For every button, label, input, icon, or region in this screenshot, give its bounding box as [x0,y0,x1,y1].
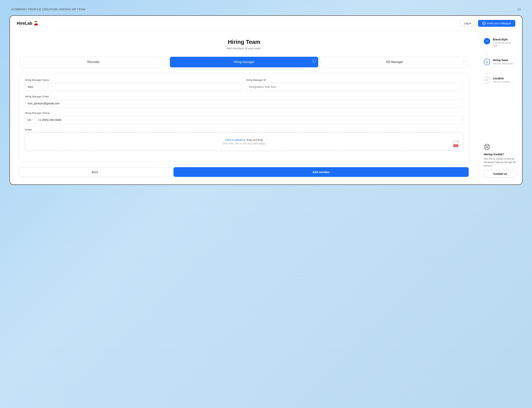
hr-manager-radio [463,59,466,63]
step-connector-1 [487,52,487,58]
upload-file-icon: PNG [452,140,459,148]
email-group: Hiring Manager Email [25,95,463,107]
navbar: HireLab 🍒 Log in + Invite your colleague [10,16,522,31]
step-1-info: Brand Style Choose the brand style. [493,38,517,47]
plus-icon: + [482,22,486,25]
upload-hint: SVG, PNG, JPG or GIF (max. 800×400px) [29,142,459,145]
phone-input[interactable] [35,116,463,124]
id-group: Hiring Manager ID [246,78,463,91]
image-label: Image [25,128,463,131]
main-card: HireLab 🍒 Log in + Invite your colleague… [9,15,523,185]
step-3-info: Location Set your location. [493,77,511,83]
form-actions: Back Add member [19,167,469,177]
tabs: Recruiter Hiring manager HR Manager [19,57,469,67]
svg-line-4 [488,145,489,146]
step-2: 2 Hiring Team Set your hiring team. [484,59,517,65]
file-corner [457,141,459,143]
svg-line-2 [485,145,486,146]
phone-group: Hiring Manager Phone US ▾ [25,111,463,124]
step-1-circle: ✓ [484,38,490,44]
step-1-title: Brand Style [493,38,517,41]
form-title: Hiring Team [19,39,469,45]
name-id-row: Hiring Manager Name Hiring Manager ID [25,78,463,91]
form-header: Hiring Team Add members to your team. [19,39,469,50]
svg-line-5 [485,148,486,149]
step-3: 3 Location Set your location. [484,77,517,83]
phone-country-selector[interactable]: US ▾ [25,116,35,124]
tab-hr-manager-label: HR Manager [386,60,403,64]
file-badge: PNG [453,144,458,147]
tab-hiring-manager[interactable]: Hiring manager [170,57,318,67]
steps: ✓ Brand Style Choose the brand style. 2 … [484,38,517,140]
email-input[interactable] [25,99,463,107]
step-1: ✓ Brand Style Choose the brand style. [484,38,517,47]
image-group: Image Click to upload or drag and drop S… [25,128,463,151]
form-subtitle: Add members to your team. [19,47,469,50]
breadcrumb: /COMPANY PROFILE CREATION: ADDING HR TEA… [11,8,85,11]
step-3-circle: 3 [484,77,490,83]
name-input[interactable] [25,83,242,91]
nav-actions: Log in + Invite your colleague [460,20,515,27]
step-2-info: Hiring Team Set your hiring team. [493,59,514,65]
support-title: Having trouble? [484,153,517,156]
phone-label: Hiring Manager Phone [25,111,463,114]
invite-button[interactable]: + Invite your colleague [478,20,515,27]
tab-hiring-manager-label: Hiring manager [234,60,254,64]
main-content: Hiring Team Add members to your team. Re… [10,31,522,185]
id-label: Hiring Manager ID [246,78,463,81]
logo-icon: 🍒 [34,21,39,26]
step-2-subtitle: Set your hiring team. [493,62,514,65]
upload-area[interactable]: Click to upload or drag and drop SVG, PN… [25,132,463,151]
file-doc-icon: PNG [452,140,459,148]
svg-line-3 [488,148,489,149]
recruiter-radio [162,59,165,63]
support-box: Having trouble? Feel free to contact us … [484,140,517,178]
sidebar: ✓ Brand Style Choose the brand style. 2 … [479,31,522,185]
upload-text: Click to upload or drag and drop [29,138,459,141]
logo-text: HireLab [17,21,32,26]
step-2-circle: 2 [484,59,490,65]
chevron-down-icon: ▾ [32,119,33,121]
contact-us-button[interactable]: Contact us [484,170,517,178]
name-group: Hiring Manager Name [25,78,242,91]
form-section: Hiring Manager Name Hiring Manager ID Hi… [19,73,469,162]
page-number: 13 [517,8,521,11]
tab-recruiter[interactable]: Recruiter [19,57,168,67]
hiring-manager-radio [312,59,316,63]
form-area: Hiring Team Add members to your team. Re… [10,31,479,185]
logo: HireLab 🍒 [17,21,39,26]
step-2-title: Hiring Team [493,59,514,62]
phone-country-code: US [27,119,31,121]
step-1-subtitle: Choose the brand style. [493,42,517,47]
upload-link[interactable]: Click to upload [225,138,243,141]
add-member-button[interactable]: Add member [173,167,469,177]
upload-or-text: or drag and drop [243,138,263,141]
step-connector-2 [487,71,487,76]
tab-hr-manager[interactable]: HR Manager [320,57,469,67]
name-label: Hiring Manager Name [25,78,242,81]
support-desc: Feel free to contact us and we will alwa… [484,157,517,167]
id-input[interactable] [246,83,463,91]
back-button[interactable]: Back [19,167,170,177]
email-label: Hiring Manager Email [25,95,463,98]
step-3-subtitle: Set your location. [493,80,511,83]
step-3-title: Location [493,77,511,80]
invite-label: Invite your colleague [487,22,511,25]
support-icon [484,144,490,150]
login-button[interactable]: Log in [460,20,476,26]
page-header: /COMPANY PROFILE CREATION: ADDING HR TEA… [9,8,523,11]
phone-wrapper: US ▾ [25,116,463,124]
svg-point-1 [486,146,488,148]
tab-recruiter-label: Recruiter [87,60,100,64]
